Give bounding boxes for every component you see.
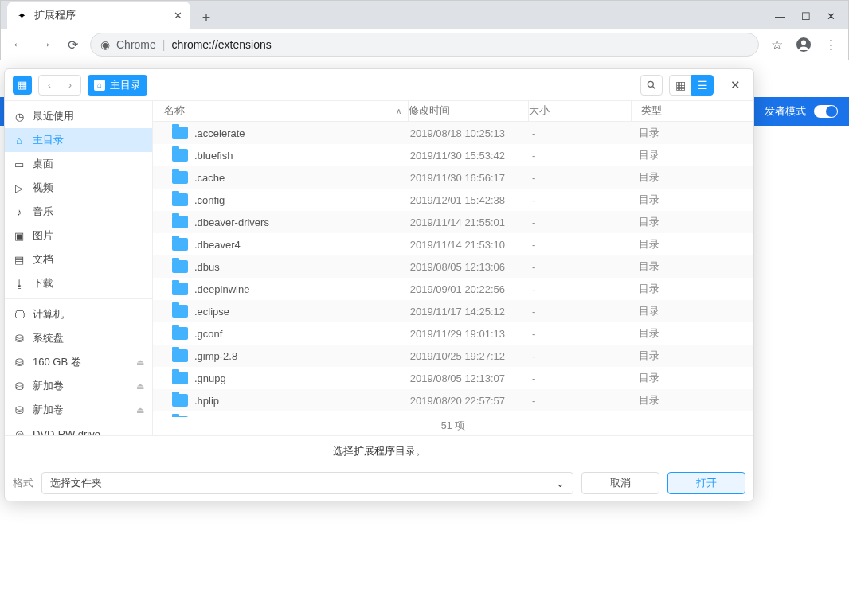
sidebar-item-9[interactable]: 🖵计算机	[5, 302, 152, 326]
doc-icon: ▤	[13, 253, 25, 266]
table-row[interactable]: .gimp-2.82019/10/25 19:27:12-目录	[153, 345, 753, 367]
browser-menu-icon[interactable]: ⋮	[821, 35, 840, 54]
breadcrumb-home[interactable]: ⌂ 主目录	[88, 75, 147, 96]
clock-icon: ◷	[13, 110, 25, 123]
file-mtime: 2019/11/17 14:25:12	[408, 306, 527, 318]
folder-icon	[172, 216, 188, 228]
forward-button[interactable]: →	[36, 35, 55, 54]
sidebar-item-2[interactable]: ▭桌面	[5, 152, 152, 176]
list-view-button[interactable]: ☰	[691, 75, 714, 96]
folder-icon	[172, 416, 188, 417]
search-button[interactable]	[640, 75, 663, 96]
sidebar-item-label: 系统盘	[33, 331, 64, 345]
dev-mode-toggle[interactable]	[814, 105, 838, 118]
table-row[interactable]: .bluefish2019/11/30 15:53:42-目录	[153, 144, 753, 166]
new-tab-button[interactable]: +	[195, 6, 217, 29]
file-name: .accelerate	[194, 127, 245, 139]
file-name: .bluefish	[194, 150, 233, 162]
format-value: 选择文件夹	[50, 476, 102, 490]
path-root-icon[interactable]: ▦	[13, 76, 32, 95]
window-minimize-icon[interactable]: —	[775, 10, 785, 22]
sidebar-item-label: 图片	[33, 228, 53, 243]
cancel-button[interactable]: 取消	[581, 472, 659, 494]
file-size: -	[527, 395, 629, 407]
account-icon[interactable]	[794, 35, 813, 54]
sidebar-item-0[interactable]: ◷最近使用	[5, 104, 152, 128]
file-size: -	[527, 261, 629, 273]
sidebar-item-label: 下载	[33, 276, 53, 290]
column-type[interactable]: 类型	[632, 104, 753, 118]
table-row[interactable]: .hplip2019/08/20 22:57:57-目录	[153, 389, 753, 411]
window-close-icon[interactable]: ✕	[827, 10, 835, 22]
file-mtime: 2019/08/18 10:25:13	[408, 127, 527, 139]
browser-tab[interactable]: ✦ 扩展程序 ✕	[7, 2, 190, 29]
file-picker-dialog: ▦ ‹ › ⌂ 主目录 ▦ ☰ ✕ ◷最近使用⌂主目录▭桌面▷视频♪音乐▣图片▤…	[4, 68, 754, 501]
folder-icon	[172, 305, 188, 318]
sidebar-item-5[interactable]: ▣图片	[5, 224, 152, 248]
reload-button[interactable]: ⟳	[63, 35, 82, 54]
format-select[interactable]: 选择文件夹 ⌄	[41, 472, 573, 494]
file-type: 目录	[629, 126, 753, 140]
sidebar-item-14[interactable]: ◎DVD-RW drive	[5, 422, 152, 435]
browser-toolbar: ← → ⟳ ◉ Chrome | chrome://extensions ☆ ⋮	[0, 29, 849, 60]
sidebar-item-1[interactable]: ⌂主目录	[5, 128, 152, 152]
table-row[interactable]: .accelerate2019/08/18 10:25:13-目录	[153, 122, 753, 144]
table-row[interactable]: .config2019/12/01 15:42:38-目录	[153, 189, 753, 211]
table-row[interactable]: .cache2019/11/30 16:56:17-目录	[153, 166, 753, 189]
sidebar-item-12[interactable]: ⛁新加卷⏏	[5, 374, 152, 398]
back-button[interactable]: ←	[9, 35, 28, 54]
eject-icon[interactable]: ⏏	[136, 357, 144, 368]
sidebar: ◷最近使用⌂主目录▭桌面▷视频♪音乐▣图片▤文档⭳下载🖵计算机⛁系统盘⛁160 …	[5, 101, 153, 435]
eject-icon[interactable]: ⏏	[136, 405, 144, 415]
column-size[interactable]: 大小	[529, 104, 631, 118]
file-mtime: 2019/09/01 20:22:56	[408, 283, 527, 295]
file-type: 目录	[629, 371, 753, 385]
file-size: -	[527, 194, 629, 206]
disk-icon: ⛁	[13, 380, 25, 392]
table-row[interactable]: .dbeaver42019/11/14 21:53:10-目录	[153, 233, 753, 255]
sidebar-item-4[interactable]: ♪音乐	[5, 200, 152, 224]
nav-forward-button[interactable]: ›	[60, 76, 80, 95]
table-row[interactable]: .dbus2019/08/05 12:13:06-目录	[153, 255, 753, 278]
eject-icon[interactable]: ⏏	[136, 381, 144, 392]
dialog-message: 选择扩展程序目录。	[5, 435, 753, 466]
address-bar[interactable]: ◉ Chrome | chrome://extensions	[90, 33, 759, 57]
folder-icon	[172, 349, 188, 362]
column-mtime[interactable]: 修改时间	[409, 104, 528, 118]
folder-icon	[172, 238, 188, 251]
item-count: 51 项	[153, 417, 753, 435]
table-row[interactable]: .gnupg2019/08/05 12:13:07-目录	[153, 367, 753, 389]
file-list[interactable]: .accelerate2019/08/18 10:25:13-目录.bluefi…	[153, 122, 753, 417]
dialog-close-button[interactable]: ✕	[725, 75, 745, 96]
nav-back-button[interactable]: ‹	[39, 76, 60, 95]
column-name[interactable]: 名称∧	[153, 104, 408, 118]
bookmark-star-icon[interactable]: ☆	[767, 35, 786, 54]
file-name: .deepinwine	[194, 283, 249, 295]
file-name: .gnupg	[194, 372, 226, 384]
tab-close-icon[interactable]: ✕	[174, 10, 182, 21]
file-size: -	[527, 328, 629, 340]
table-row[interactable]: .eclipse2019/11/17 14:25:12-目录	[153, 300, 753, 322]
sidebar-item-label: 160 GB 卷	[33, 355, 81, 369]
sidebar-item-6[interactable]: ▤文档	[5, 248, 152, 271]
grid-view-button[interactable]: ▦	[669, 75, 691, 96]
desktop-icon: ▭	[13, 158, 25, 170]
sidebar-item-13[interactable]: ⛁新加卷⏏	[5, 398, 152, 422]
sort-indicator-icon: ∧	[396, 107, 401, 115]
music-icon: ♪	[13, 205, 25, 218]
sidebar-item-10[interactable]: ⛁系统盘	[5, 326, 152, 350]
file-size: -	[527, 127, 629, 139]
table-row[interactable]: .gconf2019/11/29 19:01:13-目录	[153, 322, 753, 345]
table-row[interactable]: .deepinwine2019/09/01 20:22:56-目录	[153, 278, 753, 300]
sidebar-item-3[interactable]: ▷视频	[5, 176, 152, 200]
table-row[interactable]: .icons2019/08/05 20:04:34-目录	[153, 411, 753, 417]
file-mtime: 2019/11/30 15:53:42	[408, 150, 527, 162]
window-maximize-icon[interactable]: ☐	[801, 10, 811, 22]
sidebar-item-label: DVD-RW drive	[33, 428, 100, 436]
file-type: 目录	[629, 215, 753, 229]
file-name: .config	[194, 194, 225, 206]
sidebar-item-11[interactable]: ⛁160 GB 卷⏏	[5, 350, 152, 374]
open-button[interactable]: 打开	[667, 472, 745, 494]
table-row[interactable]: .dbeaver-drivers2019/11/14 21:55:01-目录	[153, 211, 753, 233]
sidebar-item-7[interactable]: ⭳下载	[5, 271, 152, 295]
